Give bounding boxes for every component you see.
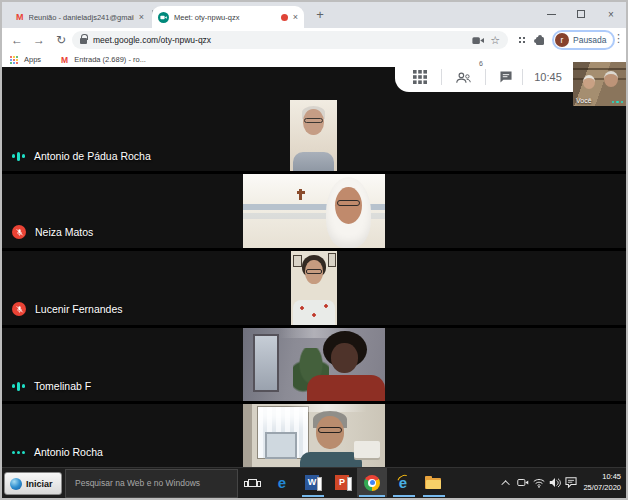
media-recording-indicator bbox=[281, 14, 288, 21]
open-app-indicator bbox=[393, 495, 415, 497]
address-bar[interactable]: meet.google.com/oty-npwu-qzx ☆ bbox=[72, 31, 508, 49]
meet-page: Antonio de Pádua Rocha Neiza Matos bbox=[2, 67, 626, 467]
bookmark-apps[interactable]: Apps bbox=[24, 55, 41, 64]
open-app-indicator bbox=[359, 495, 385, 497]
taskbar-search-input[interactable]: Pesquisar na Web e no Windows bbox=[65, 469, 238, 498]
audio-activity-icon bbox=[12, 150, 25, 162]
reload-icon[interactable]: ↻ bbox=[52, 31, 70, 49]
audio-activity-icon bbox=[612, 101, 624, 104]
gmail-favicon: M bbox=[16, 12, 24, 22]
participant-nameplate: Neiza Matos bbox=[12, 225, 93, 239]
participant-nameplate: Tomelinab F bbox=[12, 380, 91, 392]
extensions-puzzle-icon[interactable] bbox=[536, 37, 544, 45]
participant-name: Tomelinab F bbox=[34, 380, 91, 392]
video-thumbnail bbox=[243, 404, 385, 467]
audio-activity-icon bbox=[12, 446, 25, 458]
participants-icon[interactable]: 6 bbox=[448, 62, 478, 92]
tray-clock[interactable]: 10:45 25/07/2020 bbox=[580, 471, 624, 493]
browser-toolbar: ← → ↻ meet.google.com/oty-npwu-qzx ☆ r P… bbox=[2, 28, 626, 52]
internet-explorer-icon[interactable]: e bbox=[390, 468, 416, 497]
meet-favicon bbox=[158, 12, 169, 23]
mic-muted-icon bbox=[12, 225, 26, 239]
meet-top-panel: 6 10:45 bbox=[395, 62, 573, 92]
new-tab-button[interactable]: + bbox=[311, 6, 329, 24]
self-person bbox=[583, 75, 595, 89]
participant-nameplate: Antonio de Pádua Rocha bbox=[12, 150, 151, 162]
powerpoint-icon[interactable]: P bbox=[329, 468, 355, 497]
self-person bbox=[604, 71, 618, 87]
profile-chip[interactable]: r Pausada bbox=[552, 30, 615, 50]
back-icon[interactable]: ← bbox=[8, 31, 26, 49]
edge-icon[interactable]: e bbox=[269, 468, 295, 497]
video-thumbnail bbox=[290, 100, 337, 171]
chat-icon[interactable] bbox=[491, 62, 521, 92]
close-tab-icon[interactable]: × bbox=[139, 12, 144, 22]
start-button[interactable]: Iniciar bbox=[4, 472, 62, 495]
forward-icon[interactable]: → bbox=[30, 31, 48, 49]
word-icon[interactable]: W bbox=[299, 468, 325, 497]
participant-tile[interactable]: Antonio Rocha bbox=[2, 404, 626, 467]
lock-icon bbox=[80, 38, 87, 44]
close-tab-icon[interactable]: × bbox=[293, 12, 298, 22]
window-controls: × bbox=[536, 2, 626, 26]
tab-meet[interactable]: Meet: oty-npwu-qzx × bbox=[152, 6, 304, 28]
tab-gmail[interactable]: M Reunião - danieladjs241@gmail.c × bbox=[10, 6, 150, 28]
participant-count-badge: 6 bbox=[479, 60, 483, 67]
participant-tile[interactable]: Lucenir Fernandes bbox=[2, 251, 626, 325]
open-app-indicator bbox=[423, 495, 445, 497]
bookmark-star-icon[interactable]: ☆ bbox=[490, 34, 500, 47]
panel-divider bbox=[522, 69, 523, 85]
audio-activity-icon bbox=[12, 380, 25, 392]
tab-title: Reunião - danieladjs241@gmail.c bbox=[29, 13, 134, 22]
participant-name: Lucenir Fernandes bbox=[35, 303, 123, 315]
app-window: M Reunião - danieladjs241@gmail.c × Meet… bbox=[0, 0, 628, 500]
action-center-icon[interactable] bbox=[562, 468, 580, 497]
participant-tile[interactable]: Tomelinab F bbox=[2, 328, 626, 401]
gmail-bookmark-icon[interactable]: M bbox=[61, 55, 68, 65]
window-minimize-button[interactable] bbox=[536, 2, 566, 26]
apps-grid-icon[interactable] bbox=[10, 56, 18, 64]
tray-date: 25/07/2020 bbox=[580, 482, 621, 493]
panel-divider bbox=[485, 69, 486, 85]
participant-name: Antonio Rocha bbox=[34, 446, 103, 458]
participant-name: Neiza Matos bbox=[35, 226, 93, 238]
participant-tile[interactable]: Neiza Matos bbox=[2, 174, 626, 248]
camera-in-use-icon[interactable] bbox=[472, 36, 484, 45]
panel-divider bbox=[441, 69, 442, 85]
video-thumbnail bbox=[243, 328, 385, 401]
open-app-indicator bbox=[302, 495, 324, 497]
tray-time: 10:45 bbox=[580, 471, 621, 482]
participant-nameplate: Antonio Rocha bbox=[12, 446, 103, 458]
file-explorer-icon[interactable] bbox=[420, 468, 446, 497]
sync-status-label: Pausada bbox=[573, 35, 607, 45]
participant-nameplate: Lucenir Fernandes bbox=[12, 302, 123, 316]
bookmark-gmail-inbox[interactable]: Entrada (2.689) - ro... bbox=[74, 55, 146, 64]
participant-name: Antonio de Pádua Rocha bbox=[34, 150, 151, 162]
task-view-button[interactable] bbox=[239, 468, 265, 497]
avatar: r bbox=[555, 33, 569, 47]
self-view-label: Você bbox=[576, 97, 592, 104]
meeting-clock: 10:45 bbox=[526, 62, 570, 92]
layout-grid-icon[interactable] bbox=[405, 62, 435, 92]
window-close-button[interactable]: × bbox=[596, 2, 626, 26]
start-label: Iniciar bbox=[26, 479, 53, 489]
chrome-icon[interactable] bbox=[357, 468, 387, 497]
window-maximize-button[interactable] bbox=[566, 2, 596, 26]
window-content: M Reunião - danieladjs241@gmail.c × Meet… bbox=[2, 2, 626, 498]
tab-title: Meet: oty-npwu-qzx bbox=[174, 13, 276, 22]
video-thumbnail bbox=[243, 174, 385, 248]
extension-grid-icon[interactable] bbox=[518, 36, 527, 45]
mic-muted-icon bbox=[12, 302, 26, 316]
self-view-thumbnail[interactable]: Você bbox=[573, 62, 626, 106]
start-orb-icon bbox=[10, 478, 22, 490]
url-text[interactable]: meet.google.com/oty-npwu-qzx bbox=[93, 35, 466, 45]
tab-bar: M Reunião - danieladjs241@gmail.c × Meet… bbox=[2, 2, 626, 28]
windows-taskbar: Iniciar Pesquisar na Web e no Windows e … bbox=[2, 467, 626, 498]
browser-menu-icon[interactable]: ⋮ bbox=[613, 32, 624, 45]
video-thumbnail bbox=[291, 251, 337, 325]
